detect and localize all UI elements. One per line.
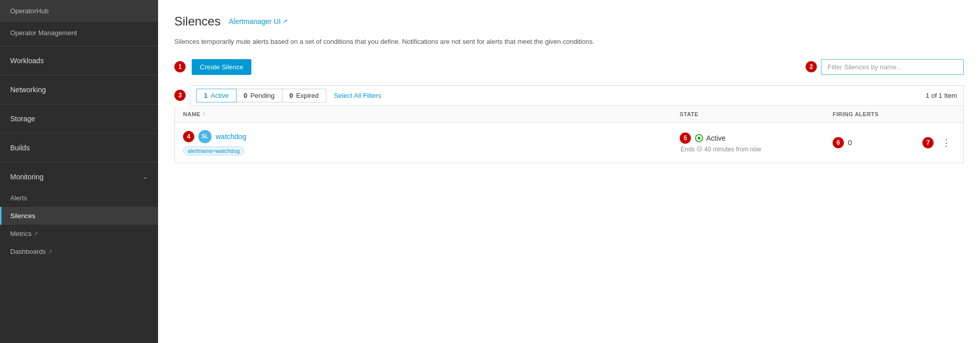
filter-tab-pending[interactable]: 0 Pending — [236, 89, 282, 102]
external-link-icon: ↗ — [34, 231, 38, 236]
sidebar-divider-5 — [0, 162, 158, 163]
name-badge-row: 4 SL watchdog — [183, 130, 680, 143]
chevron-down-icon: ⌄ — [143, 173, 148, 180]
sidebar-section-label: Builds — [10, 144, 30, 152]
table-row: 4 SL watchdog alertname=watchdog 5 — [175, 123, 963, 163]
sidebar-divider-3 — [0, 104, 158, 104]
state-label: Active — [706, 134, 726, 142]
sidebar-section-workloads[interactable]: Workloads — [0, 48, 158, 73]
filter-tabs-container: 1 Active 0 Pending 0 Expired Select All … — [190, 85, 964, 106]
actions-badge-row: 7 ⋮ — [922, 135, 955, 150]
pending-tab-label: Pending — [250, 92, 275, 99]
state-active: Active — [695, 134, 726, 142]
ends-time: 40 minutes from now — [704, 146, 761, 153]
expired-tab-count: 0 — [290, 92, 293, 99]
avatar: SL — [198, 130, 212, 143]
metrics-link-row: Metrics ↗ — [10, 230, 148, 238]
table-header: NAME ↑ STATE FIRING ALERTS — [175, 106, 963, 123]
step-badge-7: 7 — [922, 137, 934, 148]
sidebar-section-storage[interactable]: Storage — [0, 107, 158, 131]
filter-tab-active[interactable]: 1 Active — [196, 89, 237, 102]
active-tab-count: 1 — [204, 92, 208, 99]
col-header-name: NAME ↑ — [183, 111, 680, 117]
step-badge-1: 1 — [174, 61, 186, 72]
step-badge-3: 3 — [174, 90, 186, 101]
sidebar-item-silences[interactable]: Silences — [0, 207, 158, 225]
col-header-firing-alerts: FIRING ALERTS — [833, 111, 935, 117]
sidebar-section-label: Workloads — [10, 57, 44, 65]
sidebar-item-operatorhub[interactable]: OperatorHub — [0, 0, 158, 22]
silence-tag[interactable]: alertname=watchdog — [183, 146, 244, 155]
actions-cell: 7 ⋮ — [935, 135, 955, 150]
sidebar-item-label: Dashboards — [10, 248, 46, 255]
sidebar-divider-4 — [0, 133, 158, 134]
sidebar-item-dashboards[interactable]: Dashboards ↗ — [0, 243, 158, 260]
page-title: Silences — [174, 14, 221, 29]
create-silence-button[interactable]: Create Silence — [192, 59, 251, 75]
firing-alerts-cell: 6 0 — [833, 137, 935, 148]
sidebar-divider-2 — [0, 75, 158, 75]
sidebar-section-label: Storage — [10, 115, 35, 123]
alertmanager-link[interactable]: Alertmanager UI ↗ — [229, 17, 288, 25]
ends-label: Ends — [681, 146, 694, 153]
active-state-dot — [695, 134, 703, 142]
sidebar-item-label: Alerts — [10, 194, 27, 202]
step-badge-6: 6 — [833, 137, 844, 148]
item-count: 1 of 1 Item — [926, 92, 957, 99]
sidebar-item-alerts[interactable]: Alerts — [0, 189, 158, 207]
sidebar-item-metrics[interactable]: Metrics ↗ — [0, 225, 158, 243]
row-actions-menu-button[interactable]: ⋮ — [938, 135, 955, 150]
sidebar-section-networking[interactable]: Networking — [0, 77, 158, 102]
sidebar: OperatorHub Operator Management Workload… — [0, 0, 158, 343]
external-link-icon: ↗ — [48, 249, 52, 254]
filter-tab-expired[interactable]: 0 Expired — [282, 89, 326, 102]
sidebar-section-monitoring[interactable]: Monitoring ⌄ — [0, 165, 158, 189]
page-description: Silences temporarily mute alerts based o… — [174, 37, 964, 47]
active-tab-label: Active — [211, 92, 228, 99]
sidebar-item-label: Metrics — [10, 230, 32, 238]
state-cell: 5 Active Ends ☹ 40 minutes from now — [680, 133, 833, 153]
firing-badge-row: 6 0 — [833, 137, 935, 148]
toolbar-row: 1 Create Silence 2 — [174, 59, 964, 75]
expired-tab-label: Expired — [296, 92, 319, 99]
sidebar-item-operator-management[interactable]: Operator Management — [0, 22, 158, 44]
external-link-icon: ↗ — [282, 18, 288, 25]
select-all-filters-button[interactable]: Select All Filters — [334, 92, 381, 99]
name-link-row: SL watchdog — [198, 130, 246, 143]
silences-table: NAME ↑ STATE FIRING ALERTS 4 SL watchdog — [174, 106, 964, 163]
step-badge-5: 5 — [680, 133, 691, 144]
dashboards-link-row: Dashboards ↗ — [10, 248, 148, 255]
filter-silences-input[interactable] — [821, 59, 964, 75]
silence-name-link[interactable]: watchdog — [216, 133, 246, 141]
page-header: Silences Alertmanager UI ↗ — [174, 14, 964, 29]
active-state-dot-inner — [698, 137, 701, 140]
sidebar-section-label: Networking — [10, 86, 46, 94]
clock-icon: ☹ — [697, 146, 702, 152]
state-ends: Ends ☹ 40 minutes from now — [680, 146, 833, 153]
firing-alerts-value: 0 — [848, 139, 852, 147]
sort-icon: ↑ — [202, 111, 205, 117]
step-badge-2: 2 — [806, 61, 817, 72]
alertmanager-link-label: Alertmanager UI — [229, 17, 281, 25]
step-badge-4: 4 — [183, 131, 194, 142]
name-cell: 4 SL watchdog alertname=watchdog — [183, 130, 680, 155]
state-badge-row: 5 Active — [680, 133, 833, 144]
right-toolbar: 2 — [806, 59, 964, 75]
sidebar-section-builds[interactable]: Builds — [0, 136, 158, 160]
sidebar-divider-1 — [0, 46, 158, 46]
pending-tab-count: 0 — [244, 92, 247, 99]
col-header-actions — [935, 111, 955, 117]
left-toolbar: 1 Create Silence — [174, 59, 251, 75]
sidebar-item-label: Silences — [10, 212, 35, 220]
sidebar-section-label: Monitoring — [10, 173, 43, 181]
main-content: Silences Alertmanager UI ↗ Silences temp… — [158, 0, 980, 343]
col-header-state: STATE — [680, 111, 833, 117]
